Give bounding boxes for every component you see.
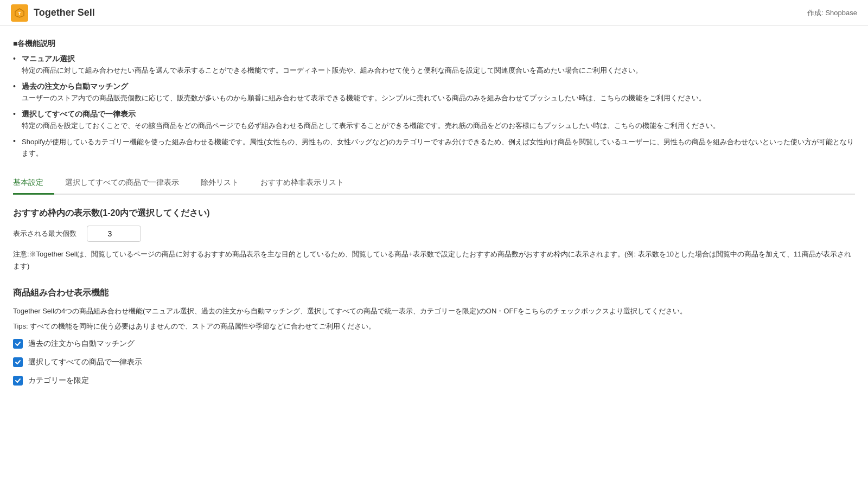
checkbox-category-limit[interactable]: カテゴリーを限定: [13, 376, 855, 386]
feature-heading: ■各機能説明: [13, 39, 855, 49]
display-count-row: 表示される最大個数: [13, 226, 855, 242]
svg-text:T: T: [18, 11, 21, 16]
feature-item-title-2: 選択してすべての商品で一律表示: [22, 110, 855, 119]
list-item: 選択してすべての商品で一律表示 特定の商品を設定しておくことで、その該当商品をど…: [13, 110, 855, 132]
tab-uniform-display[interactable]: 選択してすべての商品で一律表示: [65, 172, 190, 195]
app-title: Together Sell: [34, 7, 95, 18]
header-left: T Together Sell: [11, 4, 95, 22]
feature-list: マニュアル選択 特定の商品に対して組み合わせたい商品を選んで表示することができる…: [13, 54, 855, 159]
list-item: Shopifyが使用しているカテゴリー機能を使った組み合わせる機能です。属性(女…: [13, 137, 855, 159]
checkbox-icon-0: [13, 339, 23, 349]
main-content: ■各機能説明 マニュアル選択 特定の商品に対して組み合わせたい商品を選んで表示す…: [0, 26, 868, 414]
feature-item-title-1: 過去の注文から自動マッチング: [22, 82, 855, 92]
checkbox-label-1: 選択してすべての商品で一律表示: [28, 357, 142, 367]
app-header: T Together Sell 作成: Shopbase: [0, 0, 868, 26]
display-count-title: おすすめ枠内の表示数(1-20内で選択してください): [13, 208, 855, 219]
tips-text: Tips: すべての機能を同時に使う必要はありませんので、ストアの商品属性や季節…: [13, 322, 855, 331]
display-count-label: 表示される最大個数: [13, 229, 78, 239]
feature-item-desc-2: 特定の商品を設定しておくことで、その該当商品をどの商品ページでも必ず組み合わせる…: [22, 120, 855, 132]
feature-description: ■各機能説明 マニュアル選択 特定の商品に対して組み合わせたい商品を選んで表示す…: [13, 39, 855, 159]
display-count-note: 注意:※Together Sellは、閲覧しているページの商品に対するおすすめ商…: [13, 248, 855, 272]
feature-item-desc-3: Shopifyが使用しているカテゴリー機能を使った組み合わせる機能です。属性(女…: [22, 137, 855, 159]
feature-item-title-0: マニュアル選択: [22, 54, 855, 64]
product-combo-desc: Together Sellの4つの商品組み合わせ機能(マニュアル選択、過去の注文…: [13, 305, 855, 317]
list-item: マニュアル選択 特定の商品に対して組み合わせたい商品を選んで表示することができる…: [13, 54, 855, 76]
display-count-input[interactable]: [87, 226, 141, 242]
checkbox-auto-matching[interactable]: 過去の注文から自動マッチング: [13, 339, 855, 349]
product-combo-title: 商品組み合わせ表示機能: [13, 287, 855, 299]
product-combo-section: 商品組み合わせ表示機能 Together Sellの4つの商品組み合わせ機能(マ…: [13, 287, 855, 386]
tab-hide-list[interactable]: おすすめ枠非表示リスト: [260, 172, 355, 195]
checkbox-icon-2: [13, 376, 23, 386]
checkbox-label-2: カテゴリーを限定: [28, 376, 89, 386]
checkbox-label-0: 過去の注文から自動マッチング: [28, 339, 135, 349]
app-logo-icon: T: [11, 4, 28, 22]
display-count-section: おすすめ枠内の表示数(1-20内で選択してください) 表示される最大個数 注意:…: [13, 208, 855, 272]
list-item: 過去の注文から自動マッチング ユーザーのストア内での商品販売個数に応じて、販売数…: [13, 82, 855, 104]
tab-bar: 基本設定 選択してすべての商品で一律表示 除外リスト おすすめ枠非表示リスト: [13, 172, 855, 195]
checkbox-icon-1: [13, 357, 23, 367]
tab-basic-settings[interactable]: 基本設定: [13, 172, 54, 195]
feature-item-desc-1: ユーザーのストア内での商品販売個数に応じて、販売数が多いものから順番に組み合わせ…: [22, 93, 855, 104]
feature-item-desc-0: 特定の商品に対して組み合わせたい商品を選んで表示することができる機能です。コーデ…: [22, 65, 855, 76]
created-by: 作成: Shopbase: [807, 8, 857, 18]
tab-exclusion-list[interactable]: 除外リスト: [201, 172, 250, 195]
checkbox-uniform-display[interactable]: 選択してすべての商品で一律表示: [13, 357, 855, 367]
